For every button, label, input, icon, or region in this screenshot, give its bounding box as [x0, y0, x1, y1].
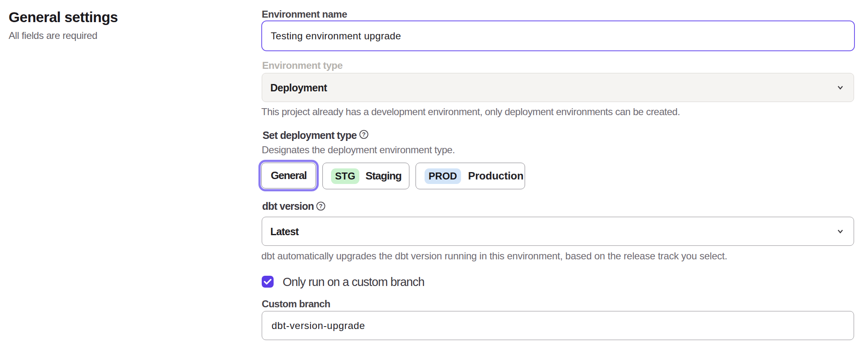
svg-text:?: ?	[319, 203, 323, 209]
svg-text:?: ?	[362, 131, 366, 138]
